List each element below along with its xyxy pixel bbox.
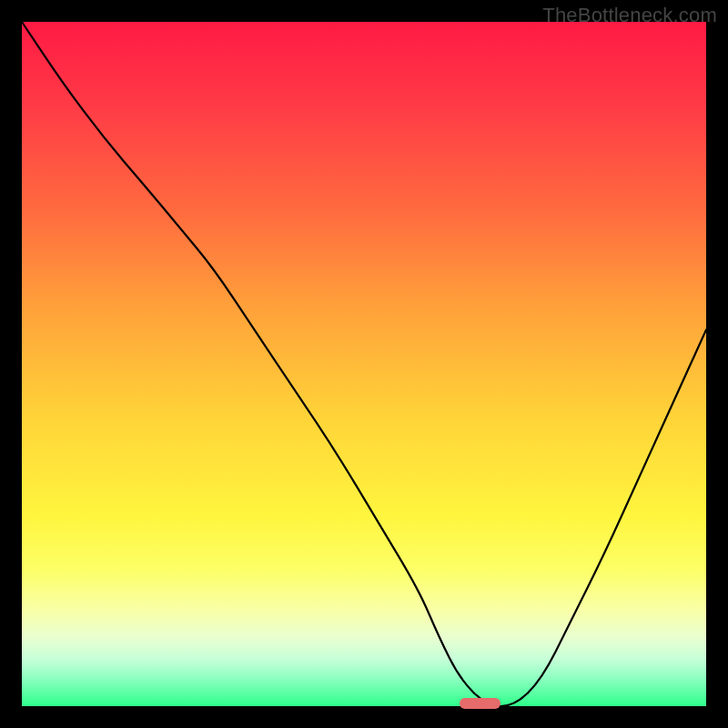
curve-svg bbox=[22, 22, 706, 706]
plot-area bbox=[22, 22, 706, 706]
bottleneck-curve bbox=[22, 22, 706, 706]
watermark-text: TheBottleneck.com bbox=[542, 4, 717, 27]
optimum-marker bbox=[460, 698, 500, 709]
